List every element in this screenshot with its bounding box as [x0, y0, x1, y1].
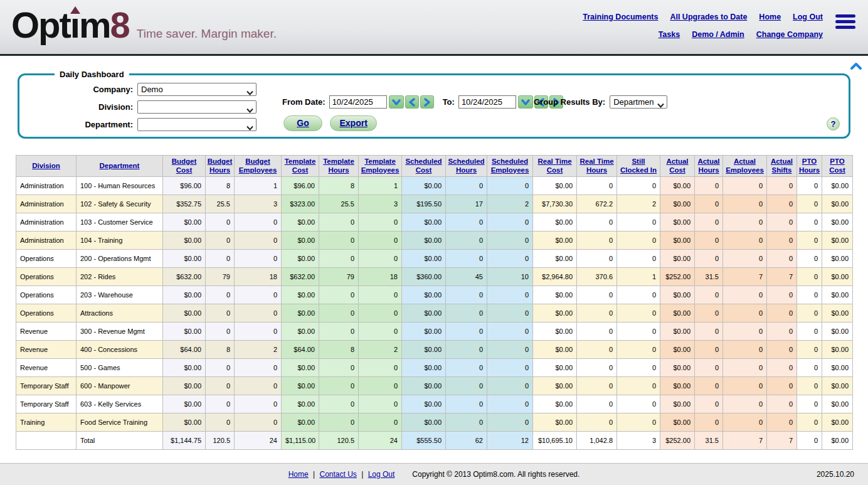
cell: 0	[446, 322, 487, 341]
nav-link-change-company[interactable]: Change Company	[756, 30, 823, 39]
footer: Home | Contact Us | Log Out Copyright © …	[0, 463, 868, 485]
cell: 0	[206, 395, 235, 413]
cell: 120.5	[319, 432, 359, 450]
table-row: OperationsAttractions$0.0000$0.0000$0.00…	[16, 304, 853, 322]
sort-link-still-clocked-in[interactable]: Still Clocked In	[620, 157, 657, 174]
from-date-input[interactable]	[329, 95, 387, 109]
cell: 0	[617, 359, 660, 377]
sort-link-actual-shifts[interactable]: Actual Shifts	[771, 157, 793, 174]
division-select[interactable]	[137, 100, 257, 114]
sort-link-pto-hours[interactable]: PTO Hours	[799, 157, 820, 174]
cell: 0	[235, 395, 282, 413]
cell: 7	[767, 268, 797, 286]
group-results-select[interactable]: Department	[610, 95, 667, 109]
sort-link-pto-cost[interactable]: PTO Cost	[829, 157, 845, 174]
nav-link-log-out[interactable]: Log Out	[793, 13, 823, 21]
cell: 0	[446, 413, 487, 432]
help-button[interactable]: ?	[827, 117, 840, 131]
cell: Administration	[16, 195, 77, 213]
cell: 0	[359, 304, 402, 322]
cell: $0.00	[660, 250, 695, 268]
cell: 1,042.8	[577, 432, 617, 450]
nav-link-all-upgrades-to-date[interactable]: All Upgrades to Date	[670, 13, 747, 21]
cell: 0	[206, 304, 235, 322]
sort-link-real-time-cost[interactable]: Real Time Cost	[537, 157, 571, 174]
footer-link-home[interactable]: Home	[288, 470, 309, 479]
cell: $0.00	[660, 413, 695, 432]
export-button[interactable]: Export	[330, 115, 376, 131]
sort-link-scheduled-cost[interactable]: Scheduled Cost	[405, 157, 442, 174]
cell: 0	[767, 304, 797, 322]
cell: $0.00	[533, 341, 577, 359]
sort-link-template-employees[interactable]: Template Employees	[361, 157, 400, 174]
cell: $0.00	[402, 286, 446, 304]
cell: 2	[487, 195, 533, 213]
sort-link-division[interactable]: Division	[32, 162, 60, 169]
sort-link-budget-hours[interactable]: Budget Hours	[208, 157, 233, 174]
column-header-pto-cost: PTO Cost	[822, 156, 853, 177]
cell: 0	[767, 377, 797, 395]
sort-link-template-cost[interactable]: Template Cost	[285, 157, 316, 174]
department-select[interactable]	[137, 118, 257, 131]
cell: 120.5	[206, 432, 235, 450]
from-date-prev-button[interactable]	[405, 95, 419, 109]
nav-link-training-documents[interactable]: Training Documents	[583, 13, 658, 21]
cell: 0	[359, 232, 402, 250]
cell: 0	[235, 250, 282, 268]
sort-link-department[interactable]: Department	[100, 162, 140, 169]
footer-link-contact-us[interactable]: Contact Us	[320, 470, 357, 479]
go-button[interactable]: Go	[283, 115, 322, 131]
cell: $632.00	[282, 268, 319, 286]
sort-link-budget-employees[interactable]: Budget Employees	[239, 157, 277, 174]
cell: Operations	[16, 250, 77, 268]
sort-link-scheduled-hours[interactable]: Scheduled Hours	[448, 157, 484, 174]
cell: $0.00	[282, 286, 319, 304]
sort-link-actual-hours[interactable]: Actual Hours	[697, 157, 719, 174]
sort-link-real-time-hours[interactable]: Real Time Hours	[580, 157, 613, 174]
cell: 672.2	[577, 195, 617, 213]
cell: $252.00	[660, 432, 695, 450]
from-date-next-button[interactable]	[420, 95, 434, 109]
to-date-calendar-button[interactable]	[518, 95, 533, 109]
panel-title: Daily Dashboard	[55, 70, 129, 79]
table-row: Administration100 - Human Resources$96.0…	[16, 177, 853, 195]
cell: 370.6	[577, 268, 617, 286]
nav-link-tasks[interactable]: Tasks	[659, 30, 680, 39]
cell: 0	[206, 286, 235, 304]
nav-link-demo-admin[interactable]: Demo / Admin	[692, 30, 744, 39]
cell: 0	[446, 341, 487, 359]
cell: 1	[359, 177, 402, 195]
sort-link-actual-employees[interactable]: Actual Employees	[726, 157, 764, 174]
cell: $0.00	[282, 395, 319, 413]
cell: 0	[235, 286, 282, 304]
cell: 79	[319, 268, 359, 286]
nav-link-home[interactable]: Home	[759, 13, 781, 21]
to-date-input[interactable]	[458, 95, 516, 109]
menu-icon[interactable]	[835, 14, 855, 31]
cell: 0	[797, 304, 822, 322]
cell: 102 - Safety & Security	[77, 195, 163, 213]
company-select[interactable]: Demo	[137, 83, 257, 96]
cell: 0	[359, 250, 402, 268]
sort-link-budget-cost[interactable]: Budget Cost	[172, 157, 197, 174]
cell: 0	[695, 213, 723, 232]
footer-link-log-out[interactable]: Log Out	[368, 470, 395, 479]
sort-link-template-hours[interactable]: Template Hours	[323, 157, 354, 174]
table-header-row: DivisionDepartmentBudget CostBudget Hour…	[16, 156, 853, 177]
cell: 0	[319, 213, 359, 232]
sort-link-actual-cost[interactable]: Actual Cost	[666, 157, 688, 174]
cell: 31.5	[695, 432, 723, 450]
division-label: Division:	[19, 102, 137, 112]
table-row: Operations200 - Operations Mgmt$0.0000$0…	[16, 250, 853, 268]
top-banner: Optım8 Time saver. Margin maker. Trainin…	[0, 0, 868, 56]
logo-triangle-icon	[70, 6, 80, 14]
column-header-scheduled-cost: Scheduled Cost	[402, 156, 446, 177]
chevron-up-icon[interactable]	[850, 61, 862, 72]
cell: 0	[359, 213, 402, 232]
cell: Operations	[16, 286, 77, 304]
cell: $0.00	[660, 322, 695, 341]
cell: $10,695.10	[533, 432, 577, 450]
sort-link-scheduled-employees[interactable]: Scheduled Employees	[491, 157, 529, 174]
from-date-calendar-button[interactable]	[389, 95, 404, 109]
cell: 24	[235, 432, 282, 450]
